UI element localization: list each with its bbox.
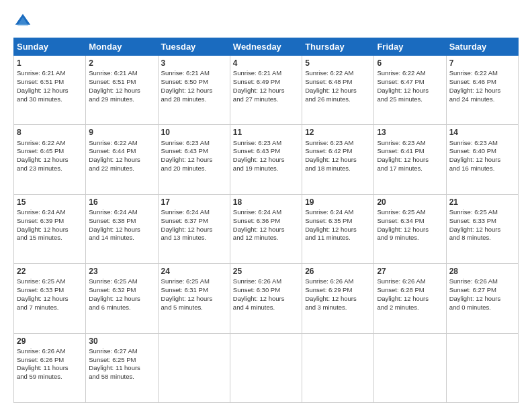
- day-number: 9: [89, 127, 154, 138]
- day-info-line: Sunrise: 6:21 AM: [233, 69, 299, 78]
- day-info-line: Sunrise: 6:25 AM: [377, 208, 443, 217]
- day-info-line: Sunset: 6:50 PM: [161, 78, 227, 87]
- day-number: 26: [305, 266, 371, 277]
- day-info-line: Daylight: 12 hours: [17, 295, 83, 304]
- calendar-cell: 5Sunrise: 6:22 AMSunset: 6:48 PMDaylight…: [302, 56, 374, 125]
- day-info-line: and 16 minutes.: [449, 165, 515, 173]
- day-info-line: and 13 minutes.: [161, 234, 227, 242]
- day-info-line: Sunset: 6:26 PM: [17, 356, 83, 365]
- day-info-line: Daylight: 12 hours: [89, 87, 154, 95]
- day-info-line: Sunset: 6:38 PM: [89, 217, 154, 226]
- calendar-cell: 17Sunrise: 6:24 AMSunset: 6:37 PMDayligh…: [158, 194, 230, 263]
- day-info-line: Sunset: 6:37 PM: [161, 217, 227, 226]
- day-info-line: Daylight: 12 hours: [305, 295, 371, 304]
- day-info-line: Sunrise: 6:25 AM: [161, 277, 227, 286]
- calendar-week-2: 15Sunrise: 6:24 AMSunset: 6:39 PMDayligh…: [14, 194, 519, 263]
- day-info-line: Daylight: 12 hours: [449, 226, 515, 234]
- day-info-line: Sunrise: 6:26 AM: [377, 277, 443, 286]
- day-info-line: Daylight: 12 hours: [449, 295, 515, 304]
- day-info-line: Sunset: 6:47 PM: [377, 78, 443, 87]
- day-info-line: and 4 minutes.: [233, 304, 299, 312]
- day-info-line: Sunrise: 6:26 AM: [449, 277, 515, 286]
- day-info-line: and 59 minutes.: [17, 373, 83, 381]
- day-info-line: Sunset: 6:25 PM: [89, 356, 154, 365]
- calendar-cell: [446, 333, 518, 402]
- day-number: 14: [449, 127, 515, 138]
- day-info-line: Sunrise: 6:23 AM: [305, 139, 371, 148]
- day-info-line: Daylight: 12 hours: [161, 87, 227, 95]
- day-number: 2: [89, 58, 154, 68]
- day-info-line: Sunset: 6:30 PM: [233, 286, 299, 295]
- day-number: 21: [449, 197, 515, 208]
- calendar-week-1: 8Sunrise: 6:22 AMSunset: 6:45 PMDaylight…: [14, 125, 519, 194]
- day-info-line: Sunset: 6:32 PM: [89, 286, 154, 295]
- day-info-line: Sunrise: 6:23 AM: [377, 139, 443, 148]
- day-info-line: Sunset: 6:31 PM: [161, 286, 227, 295]
- day-info-line: and 12 minutes.: [233, 234, 299, 242]
- day-info-line: Daylight: 12 hours: [161, 156, 227, 165]
- calendar-cell: 28Sunrise: 6:26 AMSunset: 6:27 PMDayligh…: [446, 264, 518, 333]
- day-info-line: and 0 minutes.: [449, 304, 515, 312]
- calendar-week-0: 1Sunrise: 6:21 AMSunset: 6:51 PMDaylight…: [14, 56, 519, 125]
- calendar-header-thursday: Thursday: [302, 38, 374, 56]
- day-info-line: and 7 minutes.: [17, 304, 83, 312]
- day-number: 6: [377, 58, 443, 68]
- day-number: 12: [305, 127, 371, 138]
- calendar-cell: 15Sunrise: 6:24 AMSunset: 6:39 PMDayligh…: [14, 194, 86, 263]
- calendar-cell: 23Sunrise: 6:25 AMSunset: 6:32 PMDayligh…: [86, 264, 158, 333]
- day-info-line: Sunset: 6:29 PM: [305, 286, 371, 295]
- logo: [13, 12, 35, 31]
- day-info-line: and 30 minutes.: [17, 95, 83, 104]
- day-info-line: Sunset: 6:46 PM: [449, 78, 515, 87]
- day-info-line: Daylight: 11 hours: [89, 364, 154, 373]
- day-info-line: Daylight: 12 hours: [17, 226, 83, 234]
- day-number: 16: [89, 197, 154, 208]
- day-info-line: Daylight: 12 hours: [233, 226, 299, 234]
- calendar-cell: 19Sunrise: 6:24 AMSunset: 6:35 PMDayligh…: [302, 194, 374, 263]
- day-number: 19: [305, 197, 371, 208]
- day-info-line: Sunset: 6:33 PM: [449, 217, 515, 226]
- day-info-line: Sunrise: 6:22 AM: [305, 69, 371, 78]
- calendar-cell: 2Sunrise: 6:21 AMSunset: 6:51 PMDaylight…: [86, 56, 158, 125]
- day-info-line: and 18 minutes.: [305, 165, 371, 173]
- day-info-line: Sunrise: 6:24 AM: [233, 208, 299, 217]
- day-info-line: and 6 minutes.: [89, 304, 154, 312]
- day-number: 22: [17, 266, 83, 277]
- day-number: 11: [233, 127, 299, 138]
- day-info-line: Daylight: 12 hours: [17, 87, 83, 95]
- day-info-line: Sunrise: 6:25 AM: [17, 277, 83, 286]
- day-info-line: Sunset: 6:34 PM: [377, 217, 443, 226]
- day-info-line: Sunrise: 6:26 AM: [233, 277, 299, 286]
- day-info-line: Sunrise: 6:24 AM: [17, 208, 83, 217]
- day-number: 1: [17, 58, 83, 68]
- calendar-cell: 1Sunrise: 6:21 AMSunset: 6:51 PMDaylight…: [14, 56, 86, 125]
- day-info-line: Sunrise: 6:24 AM: [305, 208, 371, 217]
- day-number: 17: [161, 197, 227, 208]
- calendar-cell: 30Sunrise: 6:27 AMSunset: 6:25 PMDayligh…: [86, 333, 158, 402]
- calendar-cell: 8Sunrise: 6:22 AMSunset: 6:45 PMDaylight…: [14, 125, 86, 194]
- day-info-line: Sunrise: 6:24 AM: [89, 208, 154, 217]
- day-info-line: Sunrise: 6:25 AM: [449, 208, 515, 217]
- day-info-line: Sunset: 6:51 PM: [17, 78, 83, 87]
- day-info-line: and 19 minutes.: [233, 165, 299, 173]
- day-info-line: Daylight: 12 hours: [233, 295, 299, 304]
- day-number: 23: [89, 266, 154, 277]
- day-info-line: and 25 minutes.: [377, 95, 443, 104]
- day-info-line: Sunrise: 6:27 AM: [89, 347, 154, 356]
- day-info-line: and 3 minutes.: [305, 304, 371, 312]
- day-info-line: Sunset: 6:42 PM: [305, 147, 371, 156]
- calendar-cell: 21Sunrise: 6:25 AMSunset: 6:33 PMDayligh…: [446, 194, 518, 263]
- day-info-line: and 17 minutes.: [377, 165, 443, 173]
- calendar-week-4: 29Sunrise: 6:26 AMSunset: 6:26 PMDayligh…: [14, 333, 519, 402]
- calendar-cell: 14Sunrise: 6:23 AMSunset: 6:40 PMDayligh…: [446, 125, 518, 194]
- calendar-week-3: 22Sunrise: 6:25 AMSunset: 6:33 PMDayligh…: [14, 264, 519, 333]
- day-info-line: and 14 minutes.: [89, 234, 154, 242]
- day-info-line: Daylight: 12 hours: [377, 156, 443, 165]
- day-info-line: Daylight: 12 hours: [161, 295, 227, 304]
- day-info-line: Sunset: 6:48 PM: [305, 78, 371, 87]
- calendar-header-row: SundayMondayTuesdayWednesdayThursdayFrid…: [14, 38, 519, 56]
- day-info-line: Sunrise: 6:21 AM: [89, 69, 154, 78]
- day-number: 8: [17, 127, 83, 138]
- day-info-line: Sunset: 6:41 PM: [377, 147, 443, 156]
- calendar-cell: 24Sunrise: 6:25 AMSunset: 6:31 PMDayligh…: [158, 264, 230, 333]
